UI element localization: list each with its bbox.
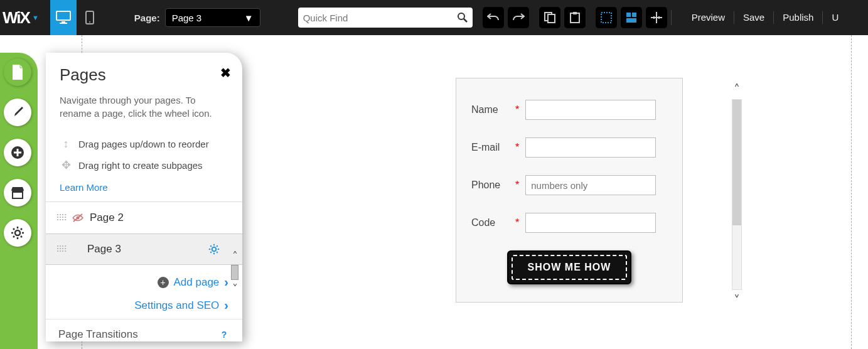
rulers-icon [651,12,662,23]
brush-icon [11,105,24,119]
hint-reorder-text: Drag pages up/down to reorder [78,139,209,149]
viewport-switcher [50,0,103,35]
email-input[interactable] [525,137,656,158]
store-icon [11,186,24,199]
page-selector[interactable]: Page 3 ▼ [165,8,260,27]
phone-label: Phone [471,180,509,191]
quick-find-input[interactable] [298,13,453,23]
panel-description: Navigate through your pages. To rename a… [46,89,242,126]
svg-rect-12 [626,13,631,17]
desktop-view-button[interactable] [50,0,77,35]
mobile-icon [85,11,94,24]
gear-icon [208,244,220,255]
page-item-page2[interactable]: ⠿⠿ Page 2 [46,202,242,234]
scroll-up-icon[interactable]: ˄ [734,82,740,97]
market-rail-button[interactable] [4,179,31,207]
hint-subpage-text: Drag right to create subpages [78,160,203,171]
submit-button[interactable]: SHOW ME HOW [507,250,631,284]
svg-line-42 [217,245,218,247]
settings-rail-button[interactable] [4,219,31,247]
logo[interactable]: WiX ▼ [0,8,44,28]
form-row-phone: Phone * [471,175,667,195]
scroll-thumb[interactable] [732,100,741,225]
svg-rect-9 [571,13,579,23]
plus-circle-icon: + [158,277,169,288]
snap-icon [626,12,637,23]
chevron-down-icon: ▼ [244,13,254,23]
panel-close-button[interactable]: ✖ [220,65,231,80]
page-list-scrollbar[interactable]: ˄ ˅ [227,247,242,298]
page-name: Page 3 [87,243,121,255]
scroll-track[interactable] [732,99,742,290]
submit-label: SHOW ME HOW [528,262,611,273]
required-mark: * [515,142,519,153]
hidden-icon [72,213,83,222]
phone-input[interactable] [525,175,656,195]
svg-point-4 [89,21,90,23]
svg-rect-10 [573,12,577,14]
scroll-down-icon[interactable]: ˅ [734,293,740,308]
svg-line-29 [21,236,22,237]
design-rail-button[interactable] [4,99,31,126]
svg-rect-11 [601,13,611,23]
drag-handle-icon[interactable]: ⠿⠿ [56,213,66,223]
undo-button[interactable] [483,7,504,28]
pages-panel: Pages ✖ Navigate through your pages. To … [46,53,242,341]
name-input[interactable] [525,100,656,120]
logo-dropdown-icon: ▼ [32,14,39,21]
rulers-button[interactable] [646,7,667,28]
page-item-page3[interactable]: ⠿⠿ Page 3 [46,234,242,265]
quick-find-search-button[interactable] [453,12,473,23]
mobile-view-button[interactable] [77,0,103,35]
settings-seo-button[interactable]: Settings and SEO › [46,293,242,319]
learn-more-link[interactable]: Learn More [46,176,242,201]
page-transitions-button[interactable]: Page Transitions ? [46,319,242,341]
publish-link[interactable]: Publish [774,11,823,24]
svg-line-6 [464,19,467,22]
action-links: Preview Save Publish U [683,11,848,24]
snap-button[interactable] [621,7,642,28]
clipboard-group [539,7,586,28]
form-row-email: E-mail * [471,137,667,158]
grid-button[interactable] [596,7,617,28]
snap-group [596,7,667,28]
required-mark: * [515,217,519,228]
panel-title: Pages [60,65,228,85]
scroll-down-icon[interactable]: ˅ [232,280,238,298]
svg-point-23 [15,230,20,235]
page-list: ⠿⠿ Page 2 ⠿⠿ Page 3 [46,201,242,265]
canvas-scrollbar[interactable]: ˄ ˅ [729,82,744,308]
hint-subpage: ✥ Drag right to create subpages [46,154,242,176]
chevron-right-icon: › [224,298,228,313]
preview-link[interactable]: Preview [683,11,734,24]
add-rail-button[interactable] [4,139,31,166]
svg-point-5 [458,13,464,19]
desktop-icon [56,11,71,24]
paste-button[interactable] [564,7,586,28]
drag-handle-icon[interactable]: ⠿⠿ [56,244,66,254]
plus-icon [11,146,24,159]
pages-rail-button[interactable] [4,58,31,86]
copy-button[interactable] [539,7,560,28]
svg-line-28 [13,228,14,230]
form-row-name: Name * [471,100,667,120]
upgrade-link[interactable]: U [823,11,847,24]
code-input[interactable] [525,213,656,233]
page-selector-value: Page 3 [172,13,202,23]
scroll-up-icon[interactable]: ˄ [232,247,238,265]
redo-icon [512,13,525,23]
add-page-button[interactable]: + Add page › [46,265,242,293]
svg-line-39 [210,245,212,247]
help-icon[interactable]: ? [218,329,230,340]
save-link[interactable]: Save [734,11,774,24]
gear-icon [11,226,24,240]
svg-line-30 [13,236,14,237]
redo-button[interactable] [508,7,529,28]
paste-icon [569,12,581,23]
svg-rect-0 [56,11,70,20]
scroll-thumb[interactable] [231,265,238,280]
quick-find [298,8,473,28]
svg-rect-2 [60,23,67,24]
page-settings-button[interactable] [208,244,220,255]
page-name: Page 2 [90,212,124,224]
